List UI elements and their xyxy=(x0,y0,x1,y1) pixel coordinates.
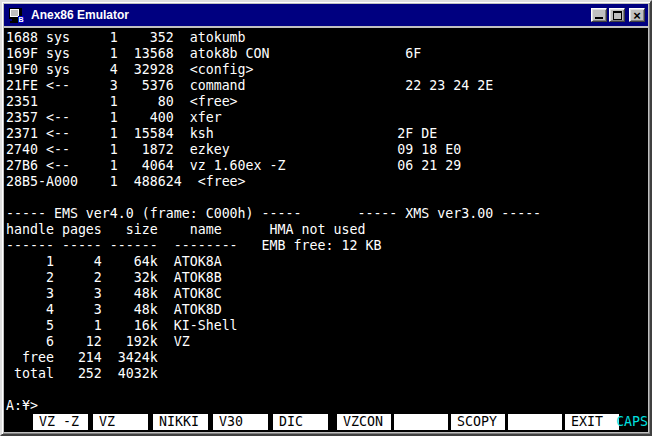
terminal-line: 27B6 <-- 1 4064 vz 1.60ex -Z 06 21 29 xyxy=(6,158,648,174)
terminal-line xyxy=(6,382,648,398)
terminal-line: free 214 3424k xyxy=(6,350,648,366)
fkey-box-f7 xyxy=(394,414,448,430)
terminal-screen[interactable]: 1688 sys 1 352 atokumb 169F sys 1 13568 … xyxy=(4,28,648,432)
minimize-button[interactable] xyxy=(591,8,607,22)
terminal-line: 2357 <-- 1 400 xfer xyxy=(6,110,648,126)
emulator-window: B Anex86 Emulator × 1688 sys 1 352 atoku… xyxy=(0,0,652,436)
terminal-line: 5 1 16k KI-Shell xyxy=(6,318,648,334)
terminal-line: total 252 4032k xyxy=(6,366,648,382)
close-button[interactable]: × xyxy=(629,8,645,22)
maximize-icon xyxy=(613,11,622,20)
minimize-icon xyxy=(595,17,603,19)
svg-text:B: B xyxy=(18,16,23,23)
fkey-box-f1: VZ -Z xyxy=(33,414,88,430)
terminal-line: 28B5-A000 1 488624 <free> xyxy=(6,174,648,190)
window-title: Anex86 Emulator xyxy=(31,8,591,22)
fkey-box-f10: EXIT xyxy=(565,414,619,430)
terminal-line: 1688 sys 1 352 atokumb xyxy=(6,30,648,46)
terminal-line-ems-header: ----- EMS ver4.0 (frame: C000h) ----- --… xyxy=(6,206,648,222)
fkey-box-f3: NIKKI xyxy=(153,414,208,430)
fkey-box-f2: VZ xyxy=(93,414,148,430)
fkey-box-f9 xyxy=(508,414,562,430)
fkey-box-f8: SCOPY xyxy=(451,414,505,430)
terminal-line-table-header: handle pages size name HMA not used xyxy=(6,222,648,238)
function-key-bar: VZ -Z VZ NIKKI V30 DIC VZCON SCOPY EXIT … xyxy=(4,414,648,430)
title-bar[interactable]: B Anex86 Emulator × xyxy=(4,4,648,26)
terminal-line: 2371 <-- 1 15584 ksh 2F DE xyxy=(6,126,648,142)
computer-icon: B xyxy=(8,7,26,24)
terminal-line: 3 3 48k ATOK8C xyxy=(6,286,648,302)
terminal-line: 4 3 48k ATOK8D xyxy=(6,302,648,318)
fkey-box-f4: V30 xyxy=(213,414,268,430)
terminal-line: 2 2 32k ATOK8B xyxy=(6,270,648,286)
close-icon: × xyxy=(633,9,641,22)
caps-lock-indicator: CAPS xyxy=(616,414,648,430)
terminal-line: ------ ----- ------ -------- EMB free: 1… xyxy=(6,238,648,254)
terminal-line: 2740 <-- 1 1872 ezkey 09 18 E0 xyxy=(6,142,648,158)
fkey-box-f5: DIC xyxy=(273,414,328,430)
command-prompt: A:¥> xyxy=(6,398,648,414)
terminal-line: 1 4 64k ATOK8A xyxy=(6,254,648,270)
terminal-line: 19F0 sys 4 32928 <config> xyxy=(6,62,648,78)
fkey-box-f6: VZCON xyxy=(337,414,391,430)
maximize-button[interactable] xyxy=(609,8,625,22)
terminal-line: 21FE <-- 3 5376 command 22 23 24 2E xyxy=(6,78,648,94)
terminal-line xyxy=(6,190,648,206)
terminal-line: 169F sys 1 13568 atok8b CON 6F xyxy=(6,46,648,62)
terminal-line: 2351 1 80 <free> xyxy=(6,94,648,110)
terminal-line: 6 12 192k VZ xyxy=(6,334,648,350)
